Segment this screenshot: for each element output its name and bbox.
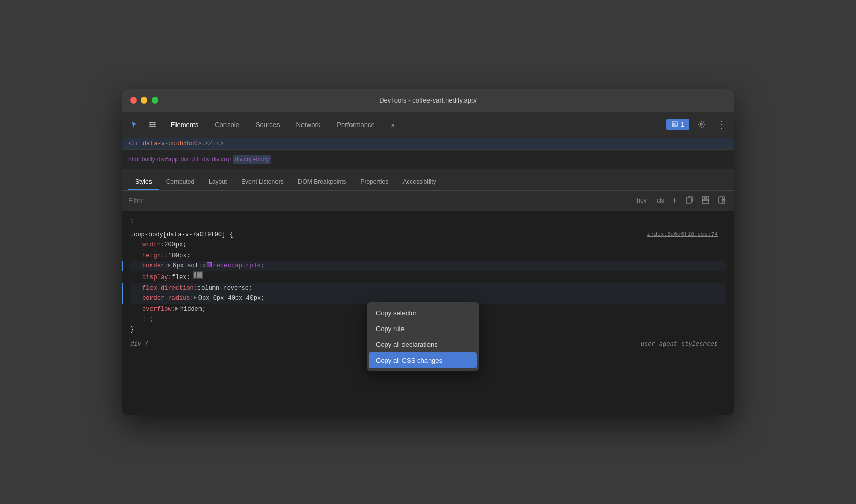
file-link[interactable]: index.8d6c6f18.css:74 xyxy=(647,230,718,239)
svg-rect-7 xyxy=(706,197,709,199)
subtab-accessibility[interactable]: Accessibility xyxy=(395,174,443,190)
html-tag-line: <tr data-v-ccdb5bc0>…</tr> xyxy=(122,138,734,150)
user-agent-text: user agent stylesheet xyxy=(641,339,718,349)
flex-icon[interactable] xyxy=(193,271,203,279)
main-toolbar: Elements Console Sources Network Perform… xyxy=(122,112,734,138)
breadcrumb-li[interactable]: li xyxy=(197,156,199,163)
context-menu-item-copy-rule[interactable]: Copy rule xyxy=(367,321,479,337)
filter-actions: :hov .cls + xyxy=(633,195,728,207)
window-title: DevTools - coffee-cart.netlify.app/ xyxy=(379,96,477,104)
prop-flex-direction: flex-direction : column-reverse; xyxy=(130,283,726,293)
selector-line: .cup-body[data-v-7a0f9f00] { index.8d6c6… xyxy=(130,230,726,240)
svg-rect-13 xyxy=(199,272,202,278)
color-swatch-rebeccapurple[interactable] xyxy=(207,262,212,267)
svg-rect-5 xyxy=(686,198,691,203)
context-menu-item-copy-selector[interactable]: Copy selector xyxy=(367,305,479,321)
breadcrumb-body[interactable]: body xyxy=(142,156,155,163)
devtools-window: DevTools - coffee-cart.netlify.app/ Elem… xyxy=(122,89,734,415)
breadcrumb-div1[interactable]: div xyxy=(181,156,188,163)
subtabs-bar: Styles Computed Layout Event Listeners D… xyxy=(122,169,734,191)
copy-styles-icon-button[interactable] xyxy=(683,195,695,207)
titlebar: DevTools - coffee-cart.netlify.app/ xyxy=(122,89,734,112)
breadcrumb-html[interactable]: html xyxy=(128,156,140,163)
tab-elements[interactable]: Elements xyxy=(163,118,207,132)
breadcrumb-ul[interactable]: ul xyxy=(190,156,195,163)
svg-rect-8 xyxy=(702,200,709,203)
toolbar-tabs: Elements Console Sources Network Perform… xyxy=(163,118,664,132)
tab-more[interactable]: » xyxy=(383,118,403,132)
svg-rect-6 xyxy=(702,197,705,199)
tab-network[interactable]: Network xyxy=(288,118,329,132)
code-comment-line: } xyxy=(130,217,726,228)
svg-rect-9 xyxy=(719,197,725,203)
context-menu-item-copy-all-declarations[interactable]: Copy all declarations xyxy=(367,337,479,352)
breadcrumb-divcupbody[interactable]: div.cup-body xyxy=(233,155,271,164)
traffic-lights xyxy=(130,97,158,104)
notification-button[interactable]: 1 xyxy=(666,119,689,130)
subtab-layout[interactable]: Layout xyxy=(202,174,234,190)
prop-height: height : 180px; xyxy=(130,250,726,261)
context-menu-item-copy-all-css-changes[interactable]: Copy all CSS changes xyxy=(369,352,477,368)
layout-icon-button[interactable] xyxy=(699,195,712,207)
prop-width: width : 200px; xyxy=(130,240,726,250)
prop-border: border : 6px solid rebeccapurple ; xyxy=(130,261,726,271)
settings-button[interactable] xyxy=(693,116,710,133)
devtools-body: Elements Console Sources Network Perform… xyxy=(122,112,734,415)
add-style-button[interactable]: + xyxy=(670,195,679,206)
triangle-icon-overflow xyxy=(175,307,178,311)
subtab-styles[interactable]: Styles xyxy=(128,174,159,190)
toggle-sidebar-button[interactable] xyxy=(716,195,728,207)
subtab-dom-breakpoints[interactable]: DOM Breakpoints xyxy=(291,174,354,190)
prop-display: display : flex; xyxy=(130,271,726,283)
svg-rect-12 xyxy=(197,272,199,278)
tab-console[interactable]: Console xyxy=(207,118,247,132)
layers-icon-button[interactable] xyxy=(144,116,161,133)
toolbar-right: 1 ⋮ xyxy=(666,116,730,133)
filter-input[interactable] xyxy=(128,197,629,205)
main-content: } .cup-body[data-v-7a0f9f00] { index.8d6… xyxy=(122,211,734,415)
subtab-event-listeners[interactable]: Event Listeners xyxy=(234,174,291,190)
css-selector-text: .cup-body[data-v-7a0f9f00] { xyxy=(130,230,233,240)
subtab-properties[interactable]: Properties xyxy=(354,174,396,190)
hov-button[interactable]: :hov xyxy=(633,196,649,205)
breadcrumb-divapp[interactable]: div#app xyxy=(157,156,179,163)
tab-performance[interactable]: Performance xyxy=(329,118,383,132)
breadcrumb-divcup[interactable]: div.cup xyxy=(212,156,231,163)
subtab-computed[interactable]: Computed xyxy=(159,174,202,190)
maximize-button[interactable] xyxy=(152,97,158,104)
svg-rect-11 xyxy=(194,272,196,278)
notification-count: 1 xyxy=(681,121,684,128)
triangle-icon-border xyxy=(168,263,170,267)
tab-sources[interactable]: Sources xyxy=(247,118,288,132)
context-menu: Copy selector Copy rule Copy all declara… xyxy=(367,302,479,371)
close-button[interactable] xyxy=(130,97,137,104)
breadcrumb-div2[interactable]: div xyxy=(202,156,210,163)
more-button[interactable]: ⋮ xyxy=(714,116,730,133)
minimize-button[interactable] xyxy=(141,97,147,104)
filter-bar: :hov .cls + xyxy=(122,191,734,211)
triangle-icon-radius xyxy=(194,296,196,300)
cursor-icon-button[interactable] xyxy=(126,116,142,133)
svg-point-4 xyxy=(700,123,702,125)
breadcrumb: html body div#app div ul li div div.cup … xyxy=(122,150,734,169)
cls-button[interactable]: .cls xyxy=(653,196,666,205)
